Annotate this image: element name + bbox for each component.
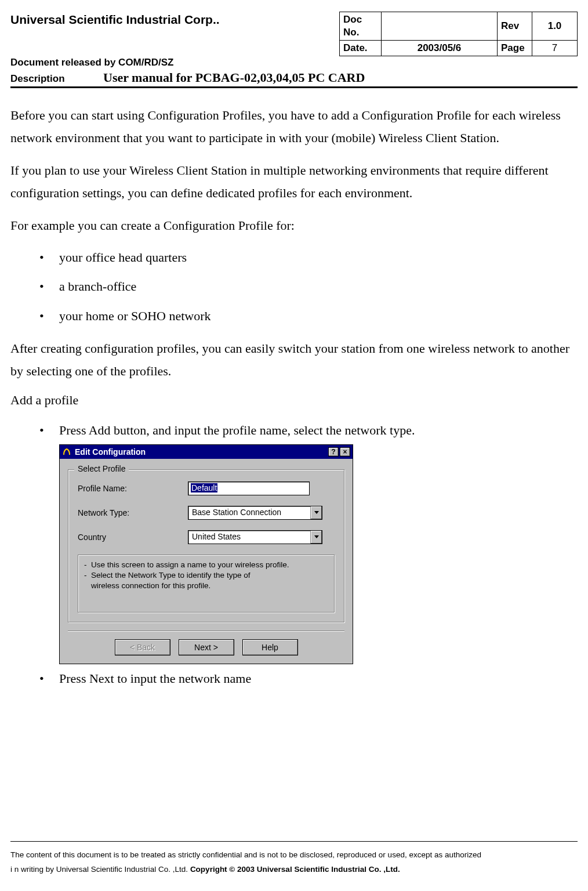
paragraph-2: If you plan to use your Wireless Client …: [10, 160, 578, 204]
country-row: Country United States: [78, 530, 335, 544]
country-combo[interactable]: United States: [188, 530, 322, 544]
network-type-combo[interactable]: Base Station Connection: [188, 506, 322, 520]
profile-name-label: Profile Name:: [78, 484, 188, 493]
section-heading: Add a profile: [10, 390, 578, 410]
footer-line-2b: Copyright © 2003 Universal Scientific In…: [190, 865, 400, 874]
header-row-2: Document released by COM/RD/SZ: [10, 55, 578, 70]
description-row: Description User manual for PCBAG-02,03,…: [10, 70, 578, 88]
released-by: Document released by COM/RD/SZ: [10, 55, 578, 70]
country-value: United States: [188, 531, 310, 544]
paragraph-3: For example you can create a Configurati…: [10, 215, 578, 237]
list-item: your home or SOHO network: [39, 305, 578, 328]
description-label: Description: [10, 73, 103, 85]
info-line-2b: wireless connection for this profile.: [91, 581, 210, 591]
svg-marker-0: [314, 511, 319, 514]
footer: The content of this document is to be tr…: [10, 841, 578, 877]
step-bullet-list: Press Add button, and input the profile …: [10, 419, 578, 442]
date-label: Date.: [340, 41, 382, 56]
dialog-body: Select Profile Profile Name: Default Net…: [60, 459, 353, 664]
info-line-2a: Select the Network Type to identify the …: [91, 570, 250, 581]
example-bullet-list: your office head quarters a branch-offic…: [10, 247, 578, 328]
list-item: Press Next to input the network name: [39, 668, 578, 690]
rev-label: Rev: [498, 12, 532, 41]
chevron-down-icon[interactable]: [310, 531, 322, 544]
next-button[interactable]: Next >: [179, 639, 234, 655]
dialog-title: Edit Configuration: [75, 447, 327, 457]
doc-no-value: [382, 12, 498, 41]
footer-line-2a: i n writing by Universal Scientific Indu…: [10, 865, 190, 874]
dialog-help-button[interactable]: Help: [242, 639, 298, 655]
list-item: your office head quarters: [39, 247, 578, 269]
network-type-row: Network Type: Base Station Connection: [78, 506, 335, 520]
date-value: 2003/05/6: [382, 41, 498, 56]
profile-name-input[interactable]: Default: [188, 481, 310, 495]
group-legend: Select Profile: [74, 464, 129, 473]
svg-marker-1: [314, 535, 319, 538]
description-title: User manual for PCBAG-02,03,04,05 PC CAR…: [103, 70, 365, 85]
list-item: Press Add button, and input the profile …: [39, 419, 578, 442]
country-label: Country: [78, 533, 188, 542]
select-profile-group: Select Profile Profile Name: Default Net…: [68, 469, 344, 622]
page-value: 7: [532, 41, 578, 56]
paragraph-1: Before you can start using Configuration…: [10, 104, 578, 149]
profile-name-value: Default: [191, 483, 217, 492]
info-line-1: Use this screen to assign a name to your…: [91, 560, 289, 570]
dialog-titlebar: Edit Configuration ? ×: [60, 445, 353, 459]
network-type-value: Base Station Connection: [188, 506, 310, 519]
button-row: < Back Next > Help: [68, 631, 344, 655]
company-name: Universal Scientific Industrial Corp..: [10, 12, 339, 56]
rev-value: 1.0: [532, 12, 578, 41]
paragraph-4: After creating configuration profiles, y…: [10, 338, 578, 382]
profile-name-row: Profile Name: Default: [78, 481, 335, 495]
page-label: Page: [498, 41, 532, 56]
doc-no-label: Doc No.: [340, 12, 382, 41]
doc-header-table: Doc No. Rev 1.0 Date. 2003/05/6 Page 7: [339, 12, 578, 56]
help-button[interactable]: ?: [328, 447, 339, 457]
app-icon: [62, 447, 71, 457]
close-button[interactable]: ×: [340, 447, 350, 457]
list-item: a branch-office: [39, 276, 578, 298]
network-type-label: Network Type:: [78, 508, 188, 517]
info-box: -Use this screen to assign a name to you…: [78, 555, 335, 613]
back-button[interactable]: < Back: [115, 639, 170, 655]
edit-configuration-dialog: Edit Configuration ? × Select Profile Pr…: [59, 444, 353, 664]
footer-line-1: The content of this document is to be tr…: [10, 847, 578, 863]
header-row-1: Universal Scientific Industrial Corp.. D…: [10, 12, 578, 56]
step-bullet-list-2: Press Next to input the network name: [10, 668, 578, 690]
chevron-down-icon[interactable]: [310, 506, 322, 519]
dialog-screenshot: Edit Configuration ? × Select Profile Pr…: [59, 444, 578, 664]
